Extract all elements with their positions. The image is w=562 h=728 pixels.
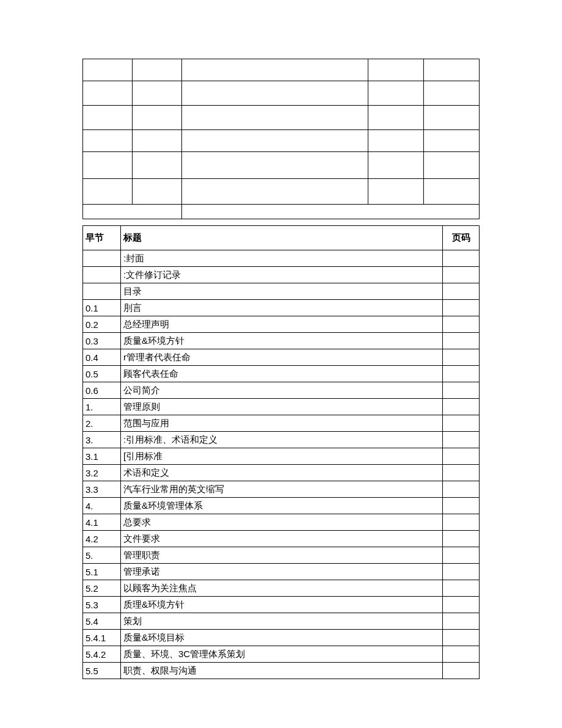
toc-title-cell: 管理职责 — [121, 547, 443, 564]
toc-row: 5.管理职责 — [83, 547, 480, 564]
toc-title-cell: 汽车行业常用的英文缩写 — [121, 481, 443, 498]
empty-cell — [368, 81, 424, 106]
toc-row: 4.1总要求 — [83, 514, 480, 531]
toc-title-cell: 目录 — [121, 283, 443, 300]
empty-cell — [133, 59, 182, 81]
toc-section-cell: 0.6 — [83, 382, 121, 399]
toc-section-cell: 0.5 — [83, 366, 121, 382]
toc-page-cell — [443, 333, 480, 349]
toc-section-cell: 0.2 — [83, 316, 121, 333]
toc-page-cell — [443, 564, 480, 580]
toc-title-cell: :引用标准、术语和定义 — [121, 432, 443, 448]
toc-row: 5.4策划 — [83, 613, 480, 630]
empty-cell — [424, 59, 480, 81]
toc-section-cell: 1. — [83, 399, 121, 415]
empty-cell — [424, 179, 480, 205]
toc-row: 5.1管理承诺 — [83, 564, 480, 580]
empty-cell — [368, 179, 424, 205]
empty-cell — [424, 106, 480, 130]
empty-cell — [368, 106, 424, 130]
toc-title-cell: 管理承诺 — [121, 564, 443, 580]
toc-title-cell: 以顾客为关注焦点 — [121, 580, 443, 597]
toc-page-cell — [443, 580, 480, 597]
toc-row: 3.:引用标准、术语和定义 — [83, 432, 480, 448]
toc-page-cell — [443, 382, 480, 399]
empty-cell — [83, 205, 182, 219]
toc-page-cell — [443, 547, 480, 564]
toc-row: 目录 — [83, 283, 480, 300]
toc-title-cell: :封面 — [121, 250, 443, 267]
toc-section-cell: 5.4.2 — [83, 646, 121, 663]
toc-title-cell: 顾客代表任命 — [121, 366, 443, 382]
toc-table: 早节 标题 页码 :封面:文件修订记录目录0.1刖言0.2总经理声明0.3质量&… — [82, 225, 480, 679]
document-page: 早节 标题 页码 :封面:文件修订记录目录0.1刖言0.2总经理声明0.3质量&… — [82, 59, 480, 679]
toc-page-cell — [443, 267, 480, 283]
toc-header-page: 页码 — [443, 226, 480, 250]
toc-title-cell: 质理&环境方针 — [121, 597, 443, 613]
toc-body: :封面:文件修订记录目录0.1刖言0.2总经理声明0.3质量&环境方针0.4r管… — [83, 250, 480, 679]
toc-row: 5.5职责、权限与沟通 — [83, 663, 480, 679]
empty-cell — [182, 179, 368, 205]
empty-cell — [83, 81, 133, 106]
toc-section-cell: 5.1 — [83, 564, 121, 580]
toc-section-cell: 0.1 — [83, 300, 121, 316]
empty-cell — [182, 81, 368, 106]
toc-row: 0.2总经理声明 — [83, 316, 480, 333]
empty-cell — [133, 152, 182, 179]
empty-cell — [368, 130, 424, 152]
toc-section-cell: 3.1 — [83, 448, 121, 465]
toc-row: 0.3质量&环境方针 — [83, 333, 480, 349]
empty-cell — [83, 106, 133, 130]
toc-page-cell — [443, 597, 480, 613]
empty-cell — [182, 152, 368, 179]
empty-cell — [133, 130, 182, 152]
empty-cell — [424, 81, 480, 106]
empty-cell — [368, 152, 424, 179]
toc-section-cell: 2. — [83, 415, 121, 432]
toc-row: 5.3质理&环境方针 — [83, 597, 480, 613]
toc-row: 0.5顾客代表任命 — [83, 366, 480, 382]
toc-section-cell: 5.4 — [83, 613, 121, 630]
toc-page-cell — [443, 366, 480, 382]
toc-section-cell — [83, 250, 121, 267]
empty-cell — [424, 152, 480, 179]
revision-record-table — [82, 59, 480, 219]
toc-title-cell: 公司简介 — [121, 382, 443, 399]
toc-row: :封面 — [83, 250, 480, 267]
toc-page-cell — [443, 415, 480, 432]
empty-cell — [133, 106, 182, 130]
toc-page-cell — [443, 498, 480, 514]
toc-row: :文件修订记录 — [83, 267, 480, 283]
toc-header-title: 标题 — [121, 226, 443, 250]
toc-title-cell: 职责、权限与沟通 — [121, 663, 443, 679]
toc-page-cell — [443, 283, 480, 300]
empty-cell — [83, 152, 133, 179]
toc-title-cell: r管理者代表任命 — [121, 349, 443, 366]
toc-title-cell: 质量、环境、3C管理体系策划 — [121, 646, 443, 663]
toc-section-cell — [83, 267, 121, 283]
toc-page-cell — [443, 646, 480, 663]
toc-header-section: 早节 — [83, 226, 121, 250]
empty-cell — [182, 59, 368, 81]
toc-section-cell: 3.2 — [83, 465, 121, 481]
empty-cell — [424, 130, 480, 152]
toc-page-cell — [443, 448, 480, 465]
toc-row: 5.4.1质量&环境目标 — [83, 630, 480, 646]
toc-section-cell: 5.2 — [83, 580, 121, 597]
toc-title-cell: [引用标准 — [121, 448, 443, 465]
toc-page-cell — [443, 300, 480, 316]
toc-row: 0.6公司简介 — [83, 382, 480, 399]
empty-cell — [133, 179, 182, 205]
toc-page-cell — [443, 531, 480, 547]
toc-section-cell: 5.4.1 — [83, 630, 121, 646]
toc-section-cell: 4.2 — [83, 531, 121, 547]
toc-title-cell: 术语和定义 — [121, 465, 443, 481]
toc-title-cell: 文件要求 — [121, 531, 443, 547]
toc-title-cell: 质量&环境管理体系 — [121, 498, 443, 514]
toc-page-cell — [443, 613, 480, 630]
empty-cell — [182, 106, 368, 130]
toc-title-cell: 范围与应用 — [121, 415, 443, 432]
toc-section-cell: 3.3 — [83, 481, 121, 498]
toc-page-cell — [443, 514, 480, 531]
toc-section-cell: 0.4 — [83, 349, 121, 366]
